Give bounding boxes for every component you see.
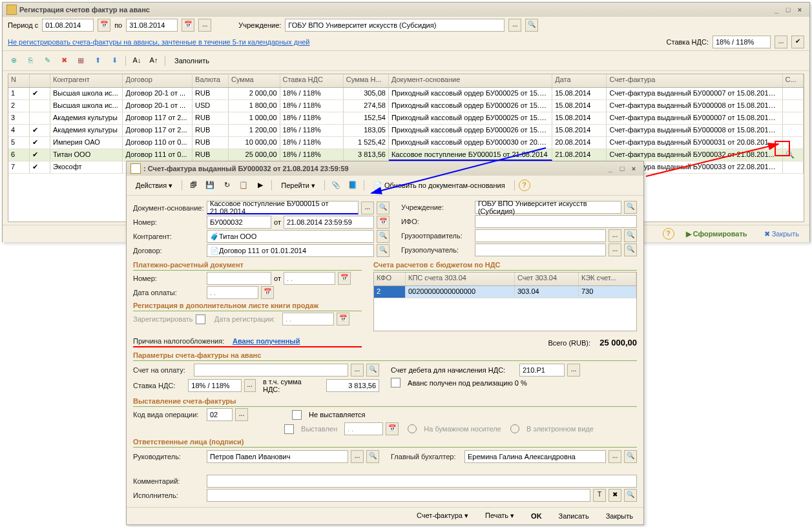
vat-input[interactable]: 18% / 118%	[713, 36, 771, 48]
help-icon[interactable]: ?	[663, 228, 674, 240]
ellipsis-button[interactable]: ...	[775, 36, 787, 48]
electronic-radio[interactable]	[510, 424, 519, 433]
ellipsis-button[interactable]: ...	[198, 19, 211, 32]
lookup-icon[interactable]: 🔍	[624, 489, 637, 502]
ellipsis-button[interactable]: ...	[609, 243, 621, 256]
journal-icon[interactable]: 📘	[346, 178, 360, 192]
column-header[interactable]: Сумма Н...	[344, 74, 389, 87]
ok-button[interactable]: OK	[526, 511, 547, 521]
ellipsis-button[interactable]: ...	[508, 19, 521, 32]
calendar-icon[interactable]: 📅	[261, 286, 274, 299]
column-header[interactable]: Сумма	[229, 74, 280, 87]
lookup-icon[interactable]: 🔍	[377, 244, 390, 257]
issued-checkbox[interactable]	[284, 424, 294, 434]
column-header[interactable]	[30, 74, 51, 87]
copy-icon[interactable]: 📋	[236, 178, 251, 192]
nds-sum-value[interactable]: 3 813,56	[326, 379, 379, 392]
print-button[interactable]: Печать ▾	[480, 510, 519, 521]
close-button[interactable]: ×	[628, 161, 640, 176]
clear-icon[interactable]: ✖	[609, 489, 621, 502]
up-icon[interactable]: ⬆	[90, 54, 105, 68]
calendar-icon[interactable]: 📅	[182, 19, 194, 32]
advance-checkbox[interactable]	[391, 378, 401, 388]
acc-input[interactable]: Еремина Галина Александровна	[464, 450, 606, 463]
lookup-icon[interactable]: 🔍	[377, 230, 390, 243]
pay-date-input[interactable]: . .	[207, 286, 258, 299]
calendar-icon[interactable]: 📅	[377, 216, 390, 229]
ellipsis-button[interactable]: ...	[361, 202, 374, 214]
lookup-icon[interactable]: 🔍	[624, 243, 637, 256]
refresh-icon[interactable]: ↻	[220, 178, 234, 192]
opcode-input[interactable]: 02	[207, 408, 233, 421]
column-header[interactable]: Валюта	[193, 74, 229, 87]
dog-input[interactable]: 📄 Договор 111 от 01.01.2014	[207, 244, 374, 257]
sort-asc-icon[interactable]: A↓	[130, 54, 144, 68]
action-icon[interactable]: ▶	[253, 178, 267, 192]
table-row[interactable]: 5✔Империя ОАОДоговор 110 от 0...RUB10 00…	[8, 137, 804, 149]
lookup-icon[interactable]: 🔍	[377, 202, 390, 214]
lookup-icon[interactable]: 🔍	[366, 364, 379, 377]
pay-from-date[interactable]: . .	[284, 272, 335, 285]
reg-checkbox[interactable]	[196, 315, 205, 324]
column-header[interactable]: Ставка НДС	[280, 74, 344, 87]
ellipsis-button[interactable]: ...	[609, 229, 621, 242]
paper-radio[interactable]	[408, 424, 417, 433]
maximize-button[interactable]: □	[782, 3, 794, 17]
grid-icon[interactable]: ▦	[74, 54, 88, 68]
ifo-input[interactable]	[475, 215, 637, 228]
comment-input[interactable]	[207, 475, 637, 488]
table-row[interactable]: 6✔Титан ОООДоговор 111 от 0...RUB25 000,…	[8, 149, 804, 161]
ellipsis-button[interactable]: ...	[351, 364, 364, 377]
column-header[interactable]: N	[8, 74, 30, 87]
period-from-input[interactable]: 01.08.2014	[42, 19, 94, 32]
performer-input[interactable]	[207, 489, 590, 502]
column-header[interactable]: Контрагент	[50, 74, 123, 87]
org-input[interactable]: ГОБУ ВПО Университет искусств (Субсидия)	[475, 201, 621, 214]
lookup-icon[interactable]: 🔍	[525, 19, 538, 32]
calendar-icon[interactable]: 📅	[98, 19, 110, 32]
accpay-input[interactable]	[194, 364, 348, 377]
minimize-button[interactable]: _	[605, 161, 616, 176]
column-header[interactable]: Договор	[123, 74, 193, 87]
column-header[interactable]: Дата	[552, 74, 607, 87]
actions-menu[interactable]: Действия ▾	[130, 180, 178, 191]
ellipsis-button[interactable]: ...	[567, 364, 580, 377]
minimize-button[interactable]: _	[771, 3, 782, 17]
column-header[interactable]: Документ-основание	[389, 74, 552, 87]
copy-icon[interactable]: ⎘	[23, 54, 37, 68]
skip-link[interactable]: Не регистрировать счета-фактуры на аванс…	[8, 38, 310, 46]
down-icon[interactable]: ⬇	[107, 54, 121, 68]
close-button[interactable]: Закрыть	[601, 511, 638, 521]
edit-icon[interactable]: ✎	[40, 54, 54, 68]
lookup-icon[interactable]: 🔍	[366, 450, 379, 463]
close-button[interactable]: ×	[794, 3, 806, 17]
ellipsis-button[interactable]: ...	[351, 450, 364, 463]
lookup-icon[interactable]: 🔍	[624, 450, 637, 463]
lookup-icon[interactable]: 🔍	[624, 201, 637, 214]
apply-icon[interactable]: ✔	[791, 36, 804, 48]
shipper-input[interactable]	[475, 229, 606, 242]
nds-input[interactable]: 18% / 118%	[188, 379, 241, 392]
nomer-date[interactable]: 21.08.2014 23:59:59	[284, 216, 374, 229]
doc-osn-input[interactable]: Кассовое поступление БУ000015 от 21.08.2…	[207, 201, 359, 214]
ellipsis-button[interactable]: ...	[244, 379, 256, 392]
not-issued-checkbox[interactable]	[292, 410, 302, 420]
post-icon[interactable]: 🗐	[186, 178, 200, 192]
calendar-icon[interactable]: 📅	[338, 272, 351, 285]
pay-num-input[interactable]	[207, 272, 271, 285]
sort-desc-icon[interactable]: A↑	[147, 54, 161, 68]
sf-button[interactable]: Счет-фактура ▾	[411, 510, 474, 521]
fill-button[interactable]: Заполнить	[169, 56, 214, 66]
debit-input[interactable]: 210.Р1	[519, 364, 565, 377]
maximize-button[interactable]: □	[616, 161, 628, 176]
reason-link[interactable]: Аванс полученный	[233, 337, 300, 345]
ellipsis-button[interactable]: ...	[235, 408, 248, 421]
goto-menu[interactable]: Перейти ▾	[276, 180, 320, 191]
period-to-input[interactable]: 31.08.2014	[126, 19, 178, 32]
attach-icon[interactable]: 📎	[329, 178, 343, 192]
help-icon[interactable]: ?	[519, 180, 530, 191]
head-input[interactable]: Петров Павел Иванович	[207, 450, 348, 463]
nomer-input[interactable]: БУ000032	[207, 216, 271, 229]
table-row[interactable]: 3Академия культурыДоговор 117 от 2...RUB…	[8, 112, 804, 125]
lookup-icon[interactable]: 🔍	[624, 229, 637, 242]
